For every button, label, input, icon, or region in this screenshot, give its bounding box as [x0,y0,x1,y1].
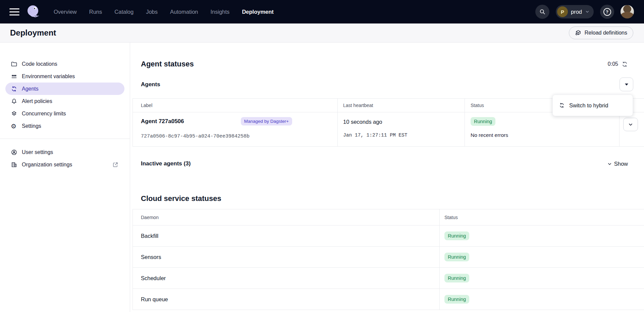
agent-cycle-icon [11,86,17,92]
daemon-status-cell: Running [439,268,644,289]
agents-section-title: Agents [141,81,160,88]
reload-definitions-button[interactable]: Reload definitions [569,27,633,39]
daemon-status-cell: Running [439,289,644,310]
cloud-services-table: Daemon Status Backfill Running Sensors R… [132,209,644,310]
main-content: Agent statuses 0:05 Agents Label Last he… [130,43,644,312]
nav-item-automation[interactable]: Automation [170,9,198,15]
column-header-status: Status [439,209,644,225]
sidebar-label: Agents [22,86,39,92]
sidebar-label: Alert policies [22,98,52,104]
caret-down-icon [625,84,628,86]
deployment-avatar: P [557,6,568,17]
dagster-logo-icon[interactable] [25,4,41,20]
sidebar-label: Code locations [22,61,57,67]
deployment-name: prod [571,9,582,15]
user-icon [11,149,17,156]
column-header-label: Label [133,99,337,112]
sidebar-divider [0,139,130,139]
folder-icon [11,61,17,67]
sidebar-label: Settings [22,123,41,129]
nav-item-insights[interactable]: Insights [211,9,230,15]
agents-options-dropdown-button[interactable] [620,77,633,91]
page-title: Deployment [10,28,56,38]
help-button[interactable]: ? [600,5,614,19]
building-icon [11,161,17,168]
sidebar-label: Concurrency limits [22,111,66,117]
agent-id: 727a0506-8c97-4b95-a024-70ee3984258b [141,134,337,139]
sidebar-item-agents[interactable]: Agents [5,83,124,95]
inactive-agents-title: Inactive agents (3) [141,160,191,167]
agent-label-cell: Agent 727a0506 Managed by Dagster+ 727a0… [133,112,337,147]
layers-icon [11,110,17,117]
env-vars-icon [11,73,17,80]
deployment-switcher[interactable]: P prod [556,5,594,18]
help-icon: ? [603,8,611,16]
sidebar-label: User settings [22,149,53,155]
search-icon [539,8,546,15]
sidebar-item-settings[interactable]: ⚙ Settings [5,120,124,132]
daemon-name: Scheduler [133,268,439,289]
daemon-name: Run queue [133,289,439,310]
daemon-status-cell: Running [439,225,644,247]
sidebar-item-alert-policies[interactable]: Alert policies [5,95,124,107]
chevron-down-icon [585,9,590,14]
nav-item-deployment[interactable]: Deployment [242,9,273,15]
status-badge: Running [444,295,469,304]
external-link-icon [112,162,118,168]
nav-item-runs[interactable]: Runs [89,9,102,15]
agent-statuses-title: Agent statuses [141,60,194,68]
cloud-service-statuses-title: Cloud service statuses [141,194,644,202]
daemon-name: Backfill [133,225,439,247]
reload-code-location-icon [575,30,582,36]
refresh-countdown: 0:05 [608,61,618,67]
user-avatar[interactable] [621,5,634,18]
agent-row-dropdown-button[interactable] [623,118,638,131]
agent-cycle-icon [559,102,565,108]
status-badge: Running [444,274,469,282]
sidebar-item-environment-variables[interactable]: Environment variables [5,70,124,83]
reload-definitions-label: Reload definitions [585,30,627,36]
chevron-down-icon [607,161,612,166]
agent-heartbeat-cell: 10 seconds ago Jan 17, 1:27:11 PM EST [337,112,465,147]
top-nav: Overview Runs Catalog Jobs Automation In… [0,0,644,23]
sidebar-item-user-settings[interactable]: User settings [5,146,124,158]
gear-icon: ⚙ [11,123,17,129]
nav-item-jobs[interactable]: Jobs [146,9,158,15]
sidebar-item-code-locations[interactable]: Code locations [5,58,124,70]
search-button[interactable] [535,5,549,19]
status-badge: Running [444,231,469,240]
menu-item-switch-to-hybrid[interactable]: Switch to hybrid [555,98,630,113]
primary-nav: Overview Runs Catalog Jobs Automation In… [54,9,274,15]
deployment-sidebar: Code locations Environment variables Age… [0,43,130,312]
managed-by-badge: Managed by Dagster+ [241,117,292,125]
chevron-down-icon [628,122,633,127]
status-badge: Running [444,253,469,261]
show-label: Show [614,161,628,167]
sidebar-label: Organization settings [22,162,72,168]
sidebar-item-organization-settings[interactable]: Organization settings [5,158,124,171]
agent-status-cell: Running No recent errors [465,112,619,147]
hamburger-menu-icon[interactable] [9,8,19,15]
column-header-daemon: Daemon [133,209,439,225]
menu-item-label: Switch to hybrid [569,102,608,109]
sidebar-item-concurrency-limits[interactable]: Concurrency limits [5,107,124,120]
page-header: Deployment Reload definitions [0,23,644,43]
agent-name: Agent 727a0506 [141,118,184,125]
status-badge: Running [471,117,495,126]
heartbeat-relative: 10 seconds ago [343,117,465,125]
nav-item-catalog[interactable]: Catalog [114,9,133,15]
daemon-status-cell: Running [439,247,644,268]
nav-item-overview[interactable]: Overview [54,9,77,15]
status-note: No recent errors [471,132,619,138]
bell-icon [11,98,17,105]
column-header-last-heartbeat: Last heartbeat [337,99,465,112]
heartbeat-timestamp: Jan 17, 1:27:11 PM EST [343,133,465,138]
agents-options-menu: Switch to hybrid [552,95,633,116]
agent-actions-cell [619,112,644,147]
refresh-icon[interactable] [622,61,628,67]
sidebar-label: Environment variables [22,73,75,80]
show-inactive-agents-toggle[interactable]: Show [607,161,628,167]
daemon-name: Sensors [133,247,439,268]
